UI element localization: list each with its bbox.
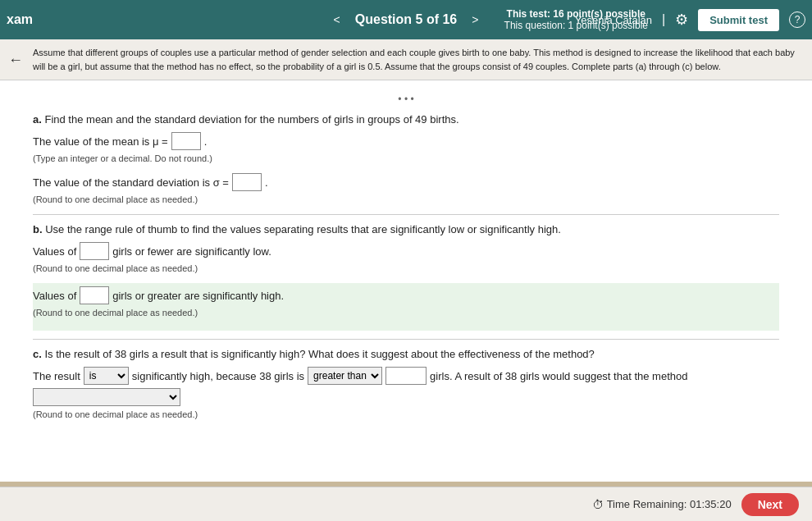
low-suffix: girls or fewer are significantly low. [112,245,271,258]
problem-description: Assume that different groups of couples … [33,48,795,71]
low-note: (Round to one decimal place as needed.) [33,263,779,273]
part-a-label: a. [33,113,44,126]
part-b-question: Use the range rule of thumb to find the … [45,223,561,235]
part-b: b. Use the range rule of thumb to find t… [33,223,779,235]
part-a-question: Find the mean and the standard deviation… [44,113,458,126]
ellipsis: • • • [33,94,779,105]
next-arrow[interactable]: > [465,10,485,30]
sd-note: (Round to one decimal place as needed.) [33,194,779,204]
low-label: Values of [33,245,76,258]
timer: ⏱ Time Remaining: 01:35:20 [592,498,732,511]
back-arrow-icon[interactable]: ← [8,48,23,71]
result-note: (Round to one decimal place as needed.) [33,409,779,419]
high-values-line: Values of girls or greater are significa… [33,286,779,304]
sd-label: The value of the standard deviation is σ… [33,176,229,189]
top-bar: xam < Question 5 of 16 > This test: 16 p… [0,0,812,39]
question-title: Question 5 of 16 [355,12,457,27]
timer-icon: ⏱ [592,498,604,511]
result-value-input[interactable] [385,367,427,385]
divider-bc [33,339,779,340]
secondary-bar: ← Assume that different groups of couple… [0,39,812,80]
next-button[interactable]: Next [741,493,799,516]
sd-input[interactable] [232,173,262,191]
result-mid1: significantly high, because 38 girls is [132,370,304,382]
part-b-label: b. [33,223,45,235]
gear-icon[interactable]: ⚙ [675,11,688,29]
high-label: Values of [33,290,76,302]
mean-period: . [204,135,208,148]
part-a: a. Find the mean and the standard deviat… [33,113,779,126]
part-c-question: Is the result of 38 girls a result that … [44,348,594,360]
mean-input[interactable] [171,132,201,150]
timer-label: Time Remaining: 01:35:20 [607,498,732,510]
top-right-area: Yesenia Catalan | ⚙ Submit test ? [575,9,805,31]
separator-icon: | [662,12,665,27]
result-select-2[interactable]: greater than less than [308,367,382,385]
divider-ab [33,214,779,215]
sd-answer-line: The value of the standard deviation is σ… [33,173,779,191]
sd-period: . [265,176,268,189]
high-values-section: Values of girls or greater are significa… [33,283,779,331]
high-suffix: girls or greater are significantly high. [112,290,284,302]
question-nav: < Question 5 of 16 > [327,10,486,30]
ellipsis-dots: • • • [398,94,413,105]
main-content: • • • a. Find the mean and the standard … [0,80,812,482]
mean-answer-line: The value of the mean is μ = . [33,132,779,150]
high-note: (Round to one decimal place as needed.) [33,308,779,318]
result-prefix: The result [33,370,80,382]
result-mid2: girls. A result of 38 girls would sugges… [430,370,687,382]
part-c: c. Is the result of 38 girls a result th… [33,348,779,360]
low-input[interactable] [80,242,109,260]
submit-test-button[interactable]: Submit test [698,9,779,31]
result-select-3[interactable]: is effective is not effective [33,388,180,406]
bottom-bar: ⏱ Time Remaining: 01:35:20 Next [0,487,812,521]
part-c-label: c. [33,348,44,360]
exam-label: xam [7,12,33,27]
user-name: Yesenia Catalan [575,14,652,26]
low-values-line: Values of girls or fewer are significant… [33,242,779,260]
high-input[interactable] [80,286,109,304]
help-icon[interactable]: ? [789,11,805,28]
result-line: The result is is not significantly high,… [33,367,779,406]
mean-note: (Type an integer or a decimal. Do not ro… [33,153,779,163]
result-select-1[interactable]: is is not [84,367,129,385]
prev-arrow[interactable]: < [327,10,347,30]
mean-label: The value of the mean is μ = [33,135,168,148]
